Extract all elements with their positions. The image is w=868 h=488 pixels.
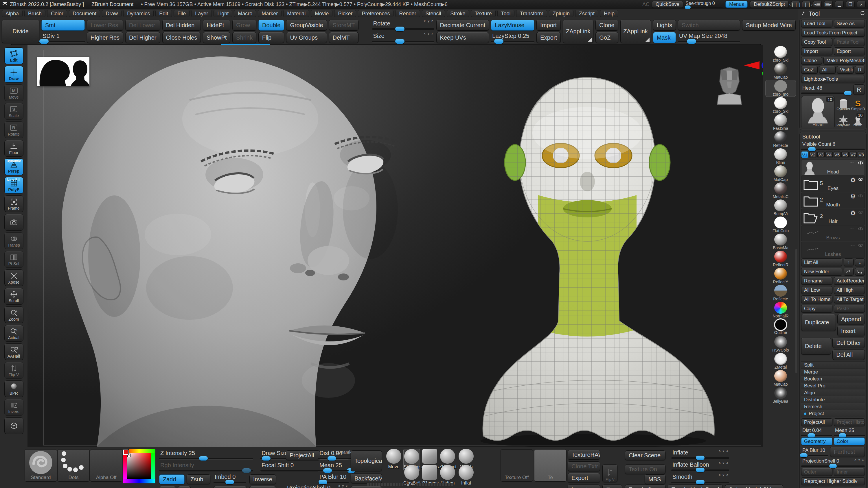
quickpick-inflat[interactable]: Inflat	[458, 465, 474, 487]
tool-zoom-button[interactable]: Zoom	[4, 306, 24, 323]
material-zmetal[interactable]: ZMetal	[765, 353, 796, 370]
decimate-current-button[interactable]: Decimate Current	[436, 20, 489, 31]
tray-left-button[interactable]: Tray Left	[625, 485, 665, 488]
menu-help[interactable]: Help	[600, 10, 618, 18]
close-icon[interactable]: ×	[857, 1, 866, 8]
sdiv-1-slider[interactable]: SDiv 1	[41, 32, 85, 43]
tool-aahalf-button[interactable]: AAHalf	[4, 344, 24, 360]
goz-button[interactable]: GoZ	[595, 32, 618, 43]
scroll-interface-left-icon[interactable]: ‹❘❘❘	[791, 1, 800, 8]
texture-off-thumb[interactable]: Texture Off	[500, 449, 533, 482]
menu-movie[interactable]: Movie	[311, 10, 333, 18]
dist-0-04-thumb[interactable]	[808, 433, 815, 437]
gear-icon[interactable]: ⚙	[850, 210, 856, 216]
draw-size-1-thumb[interactable]	[262, 456, 271, 460]
subtool-row-lashes[interactable]: Lashes	[801, 242, 865, 258]
m-button[interactable]: M	[178, 486, 191, 488]
eye-icon[interactable]	[858, 194, 863, 199]
size-thumb[interactable]	[395, 39, 404, 44]
inverse-button[interactable]: Inverse	[249, 475, 276, 484]
camera-orientation-widget[interactable]	[713, 59, 763, 111]
export-texture-button[interactable]: Export	[568, 473, 600, 483]
inflate-thumb[interactable]	[696, 456, 705, 460]
clear-scene-button[interactable]: Clear Scene	[625, 450, 665, 460]
subtool-row-mouth[interactable]: 2⚙Mouth	[801, 193, 865, 208]
menu-material[interactable]: Material	[283, 10, 309, 18]
menu-texture[interactable]: Texture	[471, 10, 496, 18]
copy-button[interactable]: Copy	[801, 305, 832, 313]
import-texture-button[interactable]: Import	[568, 485, 600, 488]
clear-button[interactable]: Clear	[249, 486, 276, 488]
smooth-slider[interactable]: Smoothx y z	[671, 474, 729, 483]
copy-tool-button[interactable]: Copy Tool	[801, 38, 832, 46]
grow-button[interactable]: Grow	[232, 20, 256, 31]
material-blinn[interactable]: Blinn	[765, 148, 796, 165]
tool-bpr-button[interactable]: BPR	[4, 381, 24, 397]
menu-zplugin[interactable]: Zplugin	[549, 10, 574, 18]
bottom-shelf-scrollbar[interactable]: ▲▼	[367, 483, 454, 486]
tool-cube-button[interactable]	[4, 418, 24, 434]
head-48-thumb[interactable]	[844, 91, 851, 95]
viewmask-button[interactable]: ViewMask	[214, 486, 247, 488]
menu-picker[interactable]: Picker	[334, 10, 356, 18]
inflate-balloon-slider[interactable]: Inflate Balloonx y z	[671, 461, 729, 471]
double-button[interactable]: Double	[258, 20, 284, 31]
menus-toggle-button[interactable]: Menus	[725, 1, 748, 8]
material-zbro-mo[interactable]: zbro_mo	[765, 80, 796, 97]
dist-0-04-slider[interactable]: Dist 0.04	[801, 428, 832, 436]
append-button[interactable]: Append	[837, 314, 865, 324]
material-reflecte[interactable]: Reflecte	[765, 285, 796, 301]
color-button[interactable]: Color	[834, 437, 865, 445]
delete-button[interactable]: Delete	[801, 338, 831, 355]
pa-blur-slider[interactable]: PA Blur 10	[318, 474, 349, 483]
menu-edit[interactable]: Edit	[155, 10, 172, 18]
paste-tool-button[interactable]: Paste Tool	[834, 38, 865, 46]
texture-thumb[interactable]: Te	[534, 449, 566, 482]
inflate-balloon-thumb[interactable]	[696, 468, 705, 472]
tool-camera-button[interactable]	[4, 214, 24, 231]
import-button[interactable]: Import	[801, 47, 832, 55]
imbed-slider[interactable]: Imbed 0	[214, 474, 246, 483]
groupvisible-button[interactable]: GroupVisible	[286, 20, 327, 31]
tool-polyf-button[interactable]: Line FillPolyF	[4, 177, 24, 194]
menu-stencil[interactable]: Stencil	[422, 10, 445, 18]
menu-brush[interactable]: Brush	[24, 10, 45, 18]
tool-draw-button[interactable]: Draw	[4, 66, 24, 83]
defaultzscript-button[interactable]: DefaultZScript	[750, 1, 789, 8]
tool-frame-button[interactable]: Frame	[4, 195, 24, 212]
tool-thumb-head[interactable]: 10Head	[801, 96, 835, 128]
all-high-button[interactable]: All High	[834, 286, 865, 294]
material-hsvcolo[interactable]: HSVColo	[765, 336, 796, 353]
list-all-button[interactable]: List All	[801, 258, 842, 266]
material-fastsha[interactable]: FastSha	[765, 114, 796, 131]
pa-blur-10-slider[interactable]: PA Blur 10	[801, 448, 828, 456]
clone-button[interactable]: Clone	[595, 20, 618, 31]
material-reflecte[interactable]: Reflecte	[765, 131, 796, 148]
material-matcap[interactable]: MatCap	[765, 370, 796, 387]
delmt-button[interactable]: DelMT	[329, 32, 359, 43]
menu-zscript[interactable]: Zscript	[575, 10, 598, 18]
subtool-row-head[interactable]: Head	[801, 160, 865, 175]
textureraw-button[interactable]: TextureRAW	[568, 450, 600, 460]
flip-v-button[interactable]: Flip V	[602, 464, 617, 482]
material-bumpvi[interactable]: BumpVi	[765, 199, 796, 216]
tool-pt-sel-button[interactable]: Pt Sel	[4, 251, 24, 268]
save-as-button[interactable]: Save As	[834, 20, 865, 28]
menu-stroke[interactable]: Stroke	[447, 10, 469, 18]
tool-thumb-simpleb[interactable]: SSimpleB	[851, 96, 865, 111]
zadd-button[interactable]: Zadd	[159, 475, 185, 484]
export-button[interactable]: Export	[834, 47, 865, 55]
section-align[interactable]: Align	[801, 389, 865, 396]
lights-button[interactable]: Lights	[653, 20, 676, 31]
material-zbro-ski[interactable]: zbro_Ski	[765, 46, 796, 63]
reproject-higher-subdiv-button[interactable]: Reproject Higher Subdiv	[801, 477, 865, 485]
showpt-button[interactable]: ShowPt	[203, 32, 230, 43]
subtool-row-eyes[interactable]: 5⚙Eyes	[801, 176, 865, 192]
alpha-off-thumb[interactable]: Alpha Off	[90, 449, 122, 482]
quickpick-move[interactable]: Move	[385, 449, 402, 471]
del-other-button[interactable]: Del Other	[832, 338, 865, 348]
tool-flip-v-button[interactable]: Flip V	[4, 362, 24, 379]
gear-icon[interactable]: ⚙	[850, 177, 856, 183]
eye-icon[interactable]	[858, 210, 863, 216]
shrink-button[interactable]: Shrink	[232, 32, 256, 43]
